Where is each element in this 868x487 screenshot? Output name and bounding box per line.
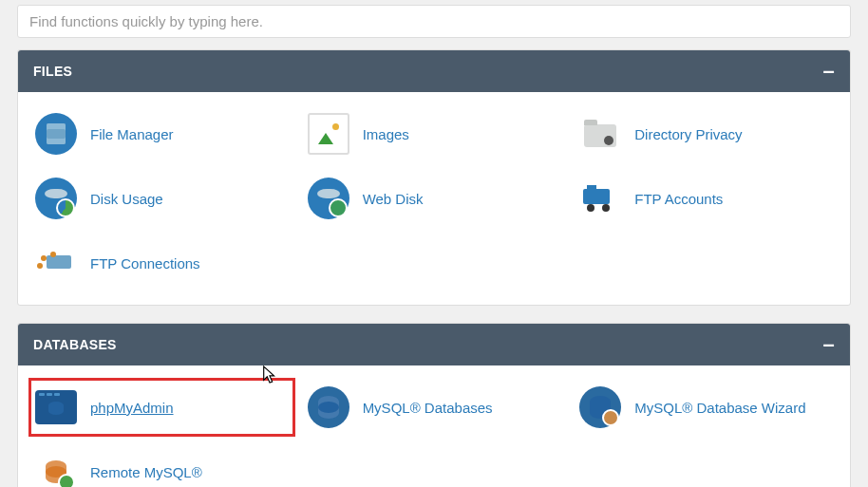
ftp-connections-icon [35, 242, 77, 284]
files-panel: FILES – File Manager Images Directory Pr… [17, 49, 851, 306]
directory-privacy-link[interactable]: Directory Privacy [634, 126, 742, 142]
files-panel-body: File Manager Images Directory Privacy Di… [18, 92, 850, 305]
disk-usage-item[interactable]: Disk Usage [26, 166, 298, 231]
ftp-connections-link[interactable]: FTP Connections [90, 255, 200, 272]
files-panel-header[interactable]: FILES – [18, 50, 850, 92]
mysql-databases-item[interactable]: MySQL® Databases [298, 375, 571, 440]
user-icon [587, 185, 596, 195]
web-disk-item[interactable]: Web Disk [298, 166, 571, 231]
file-manager-item[interactable]: File Manager [26, 102, 298, 166]
mysql-wizard-item[interactable]: MySQL® Database Wizard [570, 375, 842, 440]
disk-usage-link[interactable]: Disk Usage [90, 191, 163, 207]
web-disk-link[interactable]: Web Disk [363, 191, 424, 207]
file-manager-link[interactable]: File Manager [90, 126, 174, 142]
search-bar[interactable] [17, 5, 851, 38]
web-disk-icon [308, 178, 349, 219]
mysql-databases-link[interactable]: MySQL® Databases [363, 400, 493, 416]
folder-icon [579, 113, 621, 155]
images-item[interactable]: Images [298, 102, 571, 166]
collapse-icon[interactable]: – [822, 334, 835, 355]
file-manager-icon [35, 113, 77, 155]
databases-panel-body: phpMyAdmin MySQL® Databases MySQL® Datab… [18, 365, 850, 487]
remote-mysql-icon [35, 451, 77, 487]
ftp-accounts-link[interactable]: FTP Accounts [634, 191, 723, 207]
remote-mysql-item[interactable]: Remote MySQL® [26, 440, 298, 487]
databases-panel: DATABASES – phpMyAdmin MySQL® Databases … [17, 323, 851, 487]
files-panel-title: FILES [33, 64, 72, 79]
collapse-icon[interactable]: – [822, 61, 835, 82]
directory-privacy-item[interactable]: Directory Privacy [570, 102, 842, 166]
ftp-accounts-item[interactable]: FTP Accounts [570, 166, 842, 231]
ftp-connections-item[interactable]: FTP Connections [26, 231, 298, 295]
images-link[interactable]: Images [363, 126, 409, 142]
databases-panel-header[interactable]: DATABASES – [18, 324, 850, 365]
phpmyadmin-icon [35, 390, 77, 424]
search-input[interactable] [29, 13, 839, 29]
mysql-wizard-icon [579, 386, 621, 428]
remote-mysql-link[interactable]: Remote MySQL® [90, 464, 202, 480]
phpmyadmin-item[interactable]: phpMyAdmin [26, 375, 298, 440]
databases-panel-title: DATABASES [33, 337, 117, 352]
ftp-accounts-icon [579, 178, 621, 219]
mysql-databases-icon [308, 386, 349, 428]
lock-icon [604, 136, 613, 145]
images-icon [308, 113, 349, 155]
phpmyadmin-link[interactable]: phpMyAdmin [90, 400, 174, 416]
disk-usage-icon [35, 178, 77, 219]
mysql-wizard-link[interactable]: MySQL® Database Wizard [634, 400, 805, 416]
